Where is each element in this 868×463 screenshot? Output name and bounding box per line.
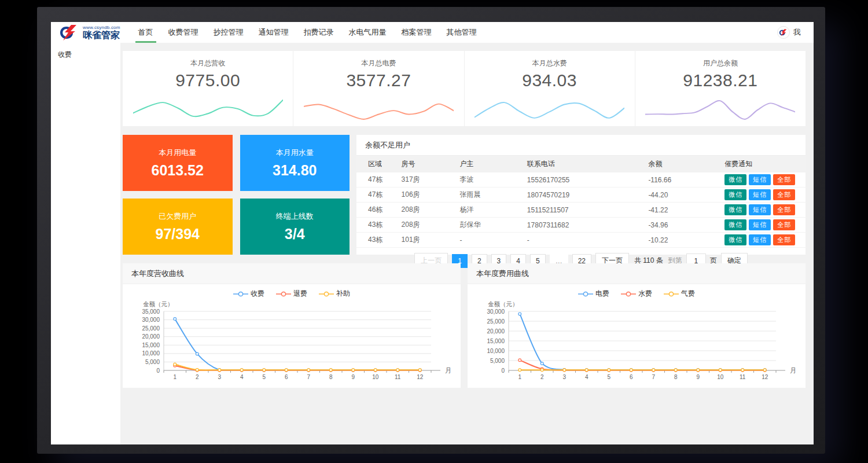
- svg-text:11: 11: [395, 374, 401, 380]
- svg-text:30,000: 30,000: [142, 317, 160, 323]
- stat-sparkline: [304, 94, 454, 125]
- table-header-row: 区域房号户主联系电话余额催费通知: [356, 156, 806, 172]
- notify-all-button[interactable]: 全部: [773, 234, 795, 245]
- nav-active-underline: [346, 41, 389, 43]
- legend-item-气费[interactable]: 气费: [664, 289, 695, 299]
- revenue-chart-legend: 收费退费补助: [123, 284, 461, 300]
- notify-sms-button[interactable]: 短信: [749, 174, 771, 185]
- nav-item-label: 水电气用量: [349, 27, 387, 38]
- stat-card-3: 用户总余额91238.21: [635, 51, 806, 126]
- svg-text:10: 10: [372, 374, 379, 380]
- cell-phone: 15526170255: [527, 172, 649, 188]
- notify-all-button[interactable]: 全部: [773, 204, 795, 215]
- legend-label: 气费: [681, 289, 695, 299]
- legend-item-电费[interactable]: 电费: [578, 289, 609, 299]
- cell-owner: 彭保华: [459, 218, 527, 233]
- metric-tile-2: 已欠费用户97/394: [123, 199, 233, 255]
- svg-text:2: 2: [540, 374, 544, 380]
- legend-label: 电费: [595, 289, 609, 299]
- nav-item-6[interactable]: 档案管理: [394, 22, 439, 43]
- legend-marker-icon: [319, 291, 334, 297]
- nav-item-3[interactable]: 通知管理: [251, 22, 296, 43]
- svg-text:25,000: 25,000: [142, 325, 160, 332]
- user-avatar-icon: [777, 26, 790, 39]
- stat-summary-panel: 本月总营收9775.00本月总电费3577.27本月总水费934.03用户总余额…: [123, 51, 806, 126]
- cell-actions: 微信短信全部: [724, 218, 806, 233]
- nav-active-underline: [444, 41, 480, 43]
- legend-item-水费[interactable]: 水费: [621, 289, 652, 299]
- svg-text:7: 7: [652, 374, 655, 380]
- cell-actions: 微信短信全部: [724, 172, 806, 188]
- cell-area: 46栋: [356, 203, 402, 218]
- brand-site-url: www.csyndb.com: [83, 25, 120, 30]
- cell-balance: -44.20: [648, 188, 724, 203]
- table-row: 47栋317房李波15526170255-116.66微信短信全部: [356, 172, 806, 188]
- nav-item-0[interactable]: 首页: [131, 22, 161, 43]
- notify-sms-button[interactable]: 短信: [749, 204, 771, 215]
- cell-balance: -41.22: [648, 203, 724, 218]
- sidebar-item-fees[interactable]: 收费: [58, 50, 113, 60]
- brand-logo[interactable]: www.csyndb.com 咪雀管家: [59, 25, 120, 41]
- metric-tile-value: 97/394: [156, 226, 200, 242]
- svg-text:5,000: 5,000: [145, 359, 160, 365]
- legend-marker-icon: [276, 291, 291, 297]
- brand-name: 咪雀管家: [83, 31, 120, 40]
- notify-wechat-button[interactable]: 微信: [724, 219, 746, 230]
- cell-area: 47栋: [356, 188, 402, 203]
- notify-all-button[interactable]: 全部: [773, 219, 795, 230]
- legend-label: 水费: [638, 289, 652, 299]
- svg-text:25,000: 25,000: [487, 318, 505, 325]
- legend-item-补助[interactable]: 补助: [319, 289, 350, 299]
- stat-card-label: 本月总营收: [123, 58, 293, 68]
- cell-area: 43栋: [356, 233, 402, 248]
- cell-room: 101房: [402, 233, 460, 248]
- nav-item-2[interactable]: 抄控管理: [206, 22, 251, 43]
- nav-item-7[interactable]: 其他管理: [439, 22, 484, 43]
- revenue-chart: 05,00010,00015,00020,00025,00030,00035,0…: [128, 300, 455, 388]
- nav-item-4[interactable]: 扣费记录: [296, 22, 341, 43]
- cell-phone: 15115211507: [527, 203, 649, 218]
- cell-phone: 18074570219: [527, 188, 649, 203]
- user-menu[interactable]: 我: [777, 26, 801, 39]
- notify-wechat-button[interactable]: 微信: [724, 189, 746, 200]
- nav-item-label: 档案管理: [402, 27, 432, 38]
- table-row: 46栋208房杨洋15115211507-41.22微信短信全部: [356, 203, 806, 218]
- svg-text:金额（元）: 金额（元）: [143, 300, 174, 307]
- cell-owner: -: [459, 233, 527, 248]
- svg-text:30,000: 30,000: [487, 308, 505, 315]
- top-header: www.csyndb.com 咪雀管家 首页收费管理抄控管理通知管理扣费记录水电…: [51, 22, 814, 43]
- stat-card-value: 934.03: [465, 71, 635, 90]
- nav-item-1[interactable]: 收费管理: [161, 22, 206, 43]
- stat-card-label: 用户总余额: [635, 58, 806, 68]
- notify-sms-button[interactable]: 短信: [749, 189, 771, 200]
- svg-text:9: 9: [696, 374, 700, 380]
- nav-item-label: 通知管理: [259, 27, 289, 38]
- notify-wechat-button[interactable]: 微信: [724, 234, 746, 245]
- notify-wechat-button[interactable]: 微信: [724, 174, 746, 185]
- cell-area: 47栋: [356, 172, 402, 188]
- cell-actions: 微信短信全部: [724, 188, 806, 203]
- notify-all-button[interactable]: 全部: [773, 189, 795, 200]
- legend-item-收费[interactable]: 收费: [233, 289, 264, 299]
- stat-card-1: 本月总电费3577.27: [293, 51, 464, 126]
- metric-tile-label: 本月用水量: [276, 148, 314, 158]
- notify-wechat-button[interactable]: 微信: [724, 204, 746, 215]
- notify-sms-button[interactable]: 短信: [749, 234, 771, 245]
- metric-tile-value: 6013.52: [152, 162, 204, 179]
- legend-marker-icon: [233, 291, 248, 297]
- svg-text:0: 0: [156, 368, 160, 374]
- table-row: 43栋101房---10.22微信短信全部: [356, 233, 806, 248]
- stat-sparkline: [133, 94, 283, 125]
- metric-tile-label: 终端上线数: [276, 211, 314, 222]
- nav-item-5[interactable]: 水电气用量: [341, 22, 394, 43]
- nav-item-label: 首页: [138, 27, 153, 38]
- svg-text:5,000: 5,000: [490, 358, 505, 364]
- nav-active-underline: [256, 41, 292, 43]
- notify-all-button[interactable]: 全部: [773, 174, 795, 185]
- svg-text:5: 5: [262, 374, 266, 380]
- svg-text:10: 10: [717, 374, 724, 380]
- legend-item-退费[interactable]: 退费: [276, 289, 307, 299]
- notify-sms-button[interactable]: 短信: [749, 219, 771, 230]
- svg-text:10,000: 10,000: [142, 350, 160, 357]
- svg-text:12: 12: [417, 374, 424, 380]
